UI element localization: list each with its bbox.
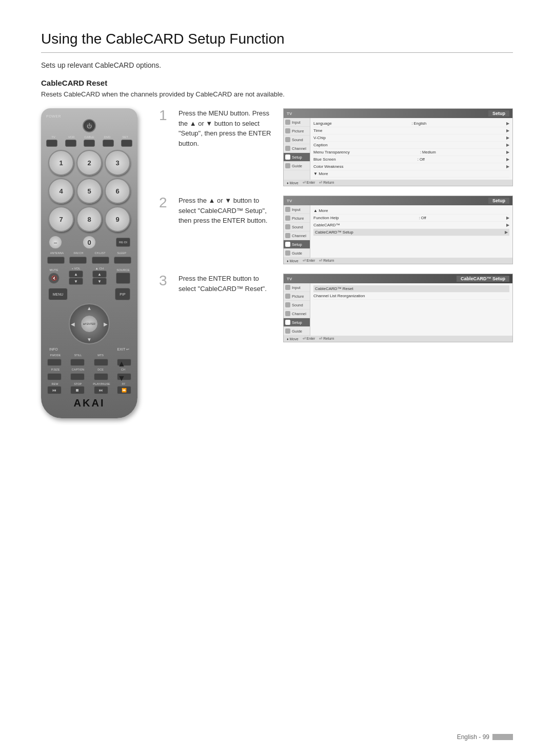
ch-up2-label: [115, 354, 131, 357]
recall-button[interactable]: RE·DI: [116, 238, 130, 247]
channel-label: Channel: [292, 146, 306, 151]
page-footer: English - 99: [457, 733, 513, 741]
source-right-button[interactable]: [116, 273, 130, 284]
tv-button[interactable]: [46, 140, 57, 147]
menu-pip-row: MENU PIP: [48, 288, 130, 300]
still-button[interactable]: [70, 359, 85, 366]
dpad-section: ▲ ▼ ◀ ▶ ↵ENTER: [48, 303, 130, 344]
num-7-button[interactable]: 7: [48, 206, 74, 232]
num-3-button[interactable]: 3: [105, 150, 130, 176]
s2-row-more: ▲ More: [313, 207, 509, 215]
psize-button[interactable]: [47, 373, 62, 380]
exit-button[interactable]: EXIT ↩: [117, 347, 129, 352]
screen1-header: TV Setup: [284, 109, 512, 118]
ch-down2-button[interactable]: ▼: [117, 373, 131, 380]
akai-logo: AKAI: [46, 397, 132, 409]
screen1-title: Setup: [488, 110, 509, 117]
vol-ch-section: MUTE 🔇 + VOL ▲ ▼ ▲ CH ▲ ▼ SOURCE: [48, 267, 130, 285]
psize-row: ▼: [47, 373, 131, 380]
pip-button[interactable]: PIP: [115, 288, 130, 300]
num-4-button[interactable]: 4: [48, 178, 74, 204]
row-vchip: V-Chip ▶: [313, 134, 509, 142]
step-2: 2 Press the ▲ or ▼ button to select "Cab…: [159, 196, 513, 264]
screen2-title: Setup: [488, 198, 509, 204]
ch-up2-button[interactable]: ▲: [117, 359, 131, 366]
dash-button[interactable]: –: [48, 235, 63, 249]
ch-up-button[interactable]: ▲: [92, 270, 107, 278]
step-3-text: Press the ENTER button to select "CableC…: [179, 274, 276, 294]
s2-picture-icon: [285, 216, 290, 221]
vol-label: + VOL: [71, 267, 80, 270]
transport-row: ⏮ ⏹ ⏭ ⏩: [47, 386, 131, 394]
stop-button[interactable]: ⏹: [70, 386, 85, 394]
vol-down-button[interactable]: ▼: [69, 278, 83, 285]
dpad-down-button[interactable]: ▼: [87, 337, 92, 342]
dce-button[interactable]: [94, 373, 108, 380]
menu-button[interactable]: MENU: [48, 288, 68, 300]
power-button[interactable]: ⏻: [83, 119, 96, 132]
steps-section: 1 Press the MENU button. Press the ▲ or …: [159, 108, 513, 342]
playpause-button[interactable]: ⏭: [94, 386, 108, 394]
row-language: Language : English ▶: [313, 120, 509, 127]
enter-button[interactable]: ↵ENTER: [81, 316, 97, 332]
sleep-button[interactable]: [114, 257, 131, 264]
channel-icon: [285, 146, 290, 151]
rew-button[interactable]: ⏮: [47, 386, 62, 394]
antenna-button[interactable]: [47, 257, 65, 264]
screen2-tv-label: TV: [287, 199, 292, 203]
step-2-number: 2: [159, 196, 171, 210]
caption-button[interactable]: [70, 373, 85, 380]
small-btn-labels: ANTENNA FAV.CH CH.LIST SLEEP: [47, 251, 131, 255]
vcr-button[interactable]: [65, 140, 76, 147]
dpad-up-button[interactable]: ▲: [87, 305, 92, 311]
cable-label: CABLE: [84, 135, 94, 139]
ch-down2-label: CH: [115, 368, 131, 371]
screen2-footer: ♦ Move ⏎ Enter ⏎ Return: [284, 258, 512, 264]
sound-label: Sound: [292, 138, 303, 142]
ch-down-button[interactable]: ▼: [92, 278, 107, 285]
still-label: STILL: [70, 354, 86, 357]
num-8-button[interactable]: 8: [76, 206, 102, 232]
num-2-button[interactable]: 2: [76, 150, 102, 176]
mts-label: MTS: [92, 354, 109, 357]
sidebar-sound: Sound: [284, 135, 310, 144]
tv-label: TV: [48, 135, 58, 139]
s2-footer-move: ♦ Move: [287, 259, 299, 263]
ff-button[interactable]: ⏩: [117, 386, 131, 394]
chlist-button[interactable]: [92, 257, 109, 264]
footer-move: ♦ Move: [287, 181, 299, 185]
screen2-sidebar: Input Picture Sound: [284, 205, 310, 258]
num-5-button[interactable]: 5: [76, 178, 102, 204]
favch-label: FAV.CH: [69, 251, 88, 255]
mute-button[interactable]: 🔇: [48, 273, 60, 284]
picture-icon: [285, 128, 290, 133]
s3-footer-enter: ⏎ Enter: [303, 337, 315, 341]
s2-guide-icon: [285, 250, 290, 256]
sidebar-input: Input: [284, 118, 310, 127]
zero-button[interactable]: 0: [82, 235, 96, 249]
vol-up-button[interactable]: ▲: [69, 270, 83, 278]
num-1-button[interactable]: 1: [48, 150, 74, 176]
sound-icon: [285, 137, 290, 142]
info-button[interactable]: INFO: [49, 347, 58, 352]
mts-button[interactable]: [94, 359, 108, 366]
step-1-text: Press the MENU button. Press the ▲ or ▼ …: [179, 108, 276, 148]
cable-button[interactable]: [84, 140, 95, 147]
dvd-label: DVD: [102, 135, 112, 139]
favch-button[interactable]: [69, 257, 87, 264]
pmode-labels: P.MODE STILL MTS: [47, 354, 131, 357]
main-content: POWER ⏻ TV VCR CABLE DVD SET: [41, 108, 513, 418]
num-9-button[interactable]: 9: [105, 206, 130, 232]
screen3-sidebar: Input Picture Sound: [284, 283, 310, 336]
pmode-button[interactable]: [47, 359, 62, 366]
dpad-left-button[interactable]: ◀: [71, 321, 75, 327]
set-button[interactable]: [121, 140, 132, 147]
num-6-button[interactable]: 6: [105, 178, 130, 204]
footer-text: English - 99: [457, 733, 489, 741]
s3-sound-icon: [285, 302, 290, 307]
dvd-button[interactable]: [103, 140, 114, 147]
s3-sidebar-sound: Sound: [284, 301, 310, 309]
dpad-right-button[interactable]: ▶: [104, 321, 108, 327]
psize-labels: P.SIZE CAPTION DCE CH: [47, 368, 131, 371]
screen3-footer: ♦ Move ⏎ Enter ⏎ Return: [284, 336, 512, 342]
